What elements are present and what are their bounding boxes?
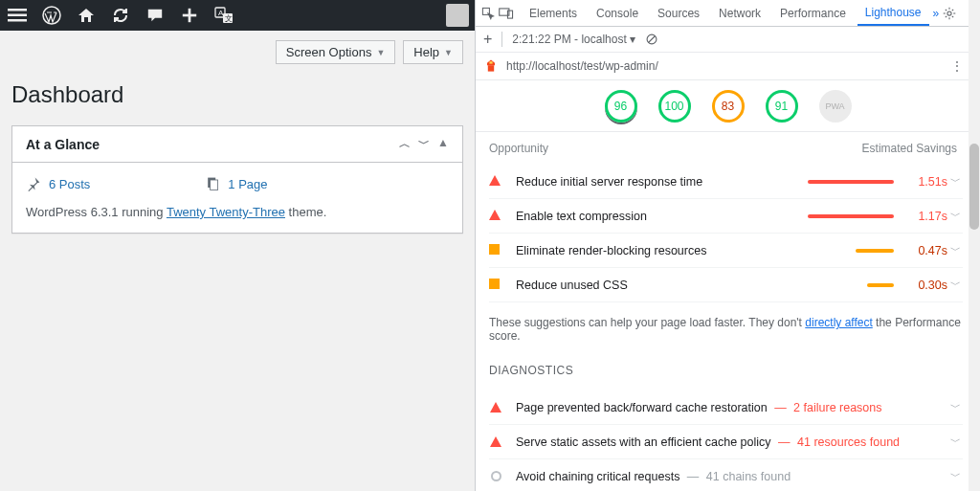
savings-bar (867, 283, 894, 287)
plus-icon[interactable] (178, 4, 201, 27)
opportunity-footnote: These suggestions can help your page loa… (489, 316, 963, 343)
diagnostic-row[interactable]: Serve static assets with an efficient ca… (489, 425, 963, 459)
menu-icon[interactable] (6, 4, 29, 27)
devtools-tabs: Elements Console Sources Network Perform… (476, 0, 980, 27)
metabox-header[interactable]: At a Glance ︿ ﹀ ▲ (12, 126, 462, 163)
help-button[interactable]: Help (403, 40, 463, 64)
tab-network[interactable]: Network (711, 0, 768, 26)
wordpress-logo-icon[interactable] (40, 4, 63, 27)
svg-rect-18 (488, 65, 494, 71)
svg-rect-0 (8, 9, 27, 11)
comment-icon[interactable] (144, 4, 167, 27)
score-performance[interactable]: 96 (605, 90, 637, 123)
chevron-down-icon[interactable]: ﹀ (947, 278, 963, 292)
lighthouse-toolbar: + 2:21:22 PM - localhost ▾ (476, 27, 980, 53)
score-seo[interactable]: 91 (766, 90, 798, 123)
glance-pages[interactable]: 1 Page (205, 176, 267, 191)
svg-point-15 (947, 11, 951, 14)
diagnostic-extra: 41 chains found (706, 470, 791, 483)
savings-time: 1.17s (907, 210, 947, 223)
opportunity-row[interactable]: Reduce unused CSS0.30s﹀ (489, 268, 963, 302)
theme-link[interactable]: Twenty Twenty-Three (167, 205, 285, 219)
savings-time: 0.47s (907, 244, 947, 257)
opportunity-row[interactable]: Enable text compression1.17s﹀ (489, 199, 963, 234)
opportunity-label: Reduce unused CSS (516, 279, 794, 292)
at-a-glance-box: At a Glance ︿ ﹀ ▲ 6 Posts 1 Page (11, 125, 463, 234)
diagnostic-label: Avoid chaining critical requests — 41 ch… (516, 470, 947, 483)
col-savings: Estimated Savings (862, 142, 957, 155)
col-opportunity: Opportunity (489, 142, 548, 155)
settings-gear-icon[interactable] (943, 7, 956, 20)
svg-rect-19 (489, 61, 492, 63)
tab-sources[interactable]: Sources (650, 0, 707, 26)
directly-affect-link[interactable]: directly affect (805, 316, 872, 329)
screen-options-button[interactable]: Screen Options (276, 40, 396, 64)
new-report-icon[interactable]: + (483, 31, 492, 48)
savings-time: 1.51s (907, 175, 947, 189)
sq-orange-mark-icon (489, 244, 502, 257)
chevron-down-icon[interactable]: ﹀ (947, 243, 963, 257)
svg-rect-2 (8, 19, 27, 22)
svg-rect-14 (507, 11, 512, 18)
home-icon[interactable] (75, 4, 98, 27)
diagnostic-label: Serve static assets with an efficient ca… (516, 435, 947, 449)
diagnostics-heading: DIAGNOSTICS (489, 364, 963, 377)
lighthouse-report-body: Opportunity Estimated Savings Reduce ini… (476, 132, 980, 491)
score-best-practices[interactable]: 83 (712, 90, 745, 123)
posts-link[interactable]: 6 Posts (49, 177, 90, 191)
clear-icon[interactable] (645, 33, 658, 46)
report-timestamp[interactable]: 2:21:22 PM - localhost ▾ (512, 33, 635, 46)
savings-bar (856, 249, 894, 253)
translate-icon[interactable]: A文 (212, 4, 235, 27)
chevron-down-icon[interactable]: ﹀ (947, 209, 963, 223)
collapse-down-icon[interactable]: ﹀ (418, 136, 430, 152)
tab-lighthouse[interactable]: Lighthouse (858, 0, 929, 26)
savings-bar (808, 180, 894, 184)
pin-icon (26, 176, 41, 191)
opportunity-row[interactable]: Eliminate render-blocking resources0.47s… (489, 234, 963, 268)
pages-link[interactable]: 1 Page (228, 177, 267, 191)
report-menu-icon[interactable]: ⋮ (951, 59, 963, 73)
diagnostic-row[interactable]: Avoid chaining critical requests — 41 ch… (489, 459, 963, 491)
tri-red-mark-icon (489, 401, 502, 414)
chevron-down-icon[interactable]: ﹀ (947, 174, 963, 189)
chevron-down-icon[interactable]: ﹀ (947, 469, 963, 483)
inspect-icon[interactable] (481, 7, 495, 20)
tab-performance[interactable]: Performance (772, 0, 854, 26)
tabs-overflow-icon[interactable]: » (933, 7, 940, 20)
tab-elements[interactable]: Elements (522, 0, 585, 26)
score-accessibility[interactable]: 100 (658, 90, 691, 123)
tri-red-mark-icon (489, 435, 502, 449)
collapse-up-icon[interactable]: ︿ (399, 136, 411, 152)
diagnostic-extra: 41 resources found (797, 435, 900, 449)
score-pwa[interactable]: PWA (819, 90, 852, 123)
devtools-panel: Elements Console Sources Network Perform… (475, 0, 980, 491)
metabox-title: At a Glance (26, 137, 100, 152)
opportunity-label: Reduce initial server response time (516, 175, 794, 189)
wordpress-admin: A文 Screen Options Help Dashboard At a Gl… (0, 0, 475, 491)
refresh-icon[interactable] (109, 4, 132, 27)
lighthouse-url-bar: http://localhost/test/wp-admin/ ⋮ (476, 53, 980, 80)
opportunity-row[interactable]: Reduce initial server response time1.51s… (489, 165, 963, 199)
chevron-down-icon[interactable]: ﹀ (947, 400, 963, 414)
scrollbar-thumb[interactable] (969, 144, 979, 230)
opportunity-label: Enable text compression (516, 210, 794, 223)
scrollbar-track[interactable] (969, 0, 980, 491)
savings-bar (808, 214, 894, 218)
diagnostic-extra: 2 failure reasons (793, 401, 881, 414)
report-url: http://localhost/test/wp-admin/ (506, 59, 658, 73)
pages-icon (205, 176, 220, 191)
lighthouse-logo-icon (483, 58, 499, 74)
diagnostic-row[interactable]: Page prevented back/forward cache restor… (489, 391, 963, 425)
lighthouse-scores: 96 100 83 91 PWA (476, 80, 980, 132)
toggle-triangle-icon[interactable]: ▲ (437, 136, 449, 152)
opportunity-label: Eliminate render-blocking resources (516, 244, 794, 257)
user-avatar[interactable] (446, 4, 469, 27)
sq-orange-mark-icon (489, 279, 502, 292)
tab-console[interactable]: Console (589, 0, 646, 26)
page-title: Dashboard (11, 81, 463, 108)
chevron-down-icon[interactable]: ﹀ (947, 435, 963, 449)
glance-posts[interactable]: 6 Posts (26, 176, 90, 191)
device-toggle-icon[interactable] (499, 7, 514, 20)
svg-rect-11 (211, 180, 218, 190)
